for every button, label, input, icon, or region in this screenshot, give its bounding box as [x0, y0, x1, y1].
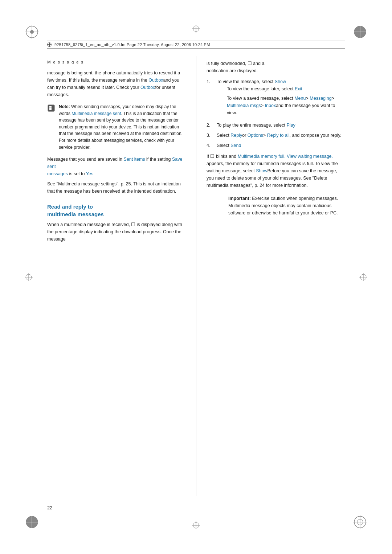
- sub-2-sep-3: >: [261, 103, 265, 108]
- blinks-text: blinks and: [216, 154, 238, 159]
- midpoint-mark-top: [192, 25, 200, 33]
- step-3-content: Select Replyor Options> Reply to all, an…: [217, 132, 345, 139]
- file-info-bar: 9251758_6275i_1_en_au_oth_v1.0.fm Page 2…: [47, 41, 345, 49]
- show-link-2[interactable]: Show: [256, 168, 267, 173]
- exit-link[interactable]: Exit: [295, 86, 302, 91]
- step-1-sub-1: To view the message later, select Exit: [227, 85, 345, 93]
- steps-list: 1. To view the message, select Show To v…: [207, 78, 345, 149]
- outbox-link-1[interactable]: Outbox: [148, 78, 163, 83]
- corner-mark-tl: [25, 25, 39, 39]
- step-3-text-2: or: [242, 133, 248, 138]
- step-3-text-3: , and compose your reply.: [290, 133, 342, 138]
- right-column: is fully downloaded, ☐ and a notificatio…: [196, 56, 345, 496]
- corner-mark-br: [353, 515, 367, 529]
- sub-1-text: To view the message later, select: [227, 86, 295, 91]
- yes-link[interactable]: Yes: [86, 171, 93, 176]
- fully-downloaded-paragraph: is fully downloaded, ☐ and a notificatio…: [207, 60, 345, 74]
- intro-paragraph: message is being sent, the phone automat…: [47, 69, 186, 98]
- step-2: 2. To play the entire message, select Pl…: [207, 122, 345, 129]
- when-text: When a multimedia message is received,: [47, 222, 130, 227]
- multimedia-msgs-link[interactable]: Multimedia msgs: [227, 103, 261, 108]
- subsection-line-1: Read and reply to: [47, 204, 93, 210]
- svg-rect-28: [49, 106, 52, 107]
- step-3: 3. Select Replyor Options> Reply to all,…: [207, 132, 345, 139]
- step-1: 1. To view the message, select Show To v…: [207, 78, 345, 119]
- corner-mark-tr: [353, 25, 367, 39]
- important-label: Important:: [228, 196, 251, 201]
- sent-items-text-2: if the setting: [145, 157, 172, 162]
- step-1-text: To view the message, select: [217, 79, 275, 84]
- note-body-2: . This is an indication that the message…: [59, 111, 183, 150]
- play-link[interactable]: Play: [286, 123, 295, 128]
- step-3-sep: >: [263, 133, 267, 138]
- inbox-link[interactable]: Inbox: [265, 103, 276, 108]
- subsection-heading: Read and reply to multimedia messages: [47, 203, 186, 218]
- notification-text: notification are displayed.: [207, 68, 258, 73]
- show-link-1[interactable]: Show: [275, 79, 286, 84]
- mm-memory-full-link[interactable]: Multimedia memory full. View waiting mes…: [238, 154, 333, 159]
- settings-paragraph: See "Multimedia message settings", p. 25…: [47, 180, 186, 195]
- sent-items-link[interactable]: Sent items: [124, 157, 145, 162]
- step-4-content: Select Send: [217, 142, 345, 149]
- file-info-text: 9251758_6275i_1_en_au_oth_v1.0.fm Page 2…: [54, 42, 210, 47]
- section-heading: M e s s a g e s: [47, 60, 186, 64]
- step-3-text-1: Select: [217, 133, 230, 138]
- sent-items-text-3: is set to: [68, 171, 86, 176]
- reply-to-all-link[interactable]: Reply to all: [267, 133, 290, 138]
- step-1-content: To view the message, select Show To view…: [217, 78, 345, 119]
- step-3-num: 3.: [207, 132, 213, 139]
- sub-2-sep-2: >: [332, 96, 334, 101]
- crop-mark-left: [47, 42, 52, 47]
- when-paragraph: When a multimedia message is received, ☐…: [47, 221, 186, 243]
- step-2-content: To play the entire message, select Play: [217, 122, 345, 129]
- settings-text: See "Multimedia message settings", p. 25…: [47, 181, 181, 194]
- sent-items-paragraph: Messages that you send are saved in Sent…: [47, 156, 186, 177]
- sub-2-text: To view a saved message, select: [227, 96, 294, 101]
- note-label: Note:: [59, 104, 70, 109]
- step-4-num: 4.: [207, 142, 213, 149]
- send-link[interactable]: Send: [230, 143, 241, 148]
- options-link[interactable]: Options: [248, 133, 263, 138]
- step-4-text: Select: [217, 143, 230, 148]
- step-1-num: 1.: [207, 78, 213, 119]
- and-a-text: and a: [253, 61, 264, 66]
- if-paragraph: If ☐ blinks and Multimedia memory full. …: [207, 153, 345, 189]
- important-box: Important: Exercise caution when opening…: [228, 195, 345, 217]
- content-area: M e s s a g e s message is being sent, t…: [47, 56, 345, 496]
- midpoint-mark-left: [25, 273, 33, 281]
- icon-placeholder-3: ☐: [210, 154, 216, 159]
- midpoint-mark-bottom: [192, 521, 200, 529]
- icon-placeholder: ☐: [131, 222, 136, 227]
- page-number: 22: [47, 505, 52, 510]
- if-text: If: [207, 154, 210, 159]
- fully-downloaded-text: is fully downloaded,: [207, 61, 246, 66]
- sub-2-sep-1: >: [306, 96, 310, 101]
- corner-mark-bl: [25, 515, 39, 529]
- page: 9251758_6275i_1_en_au_oth_v1.0.fm Page 2…: [0, 0, 392, 554]
- important-text: Important: Exercise caution when opening…: [228, 195, 345, 217]
- icon-placeholder-2: ☐: [248, 61, 253, 66]
- reply-link[interactable]: Reply: [230, 133, 242, 138]
- note-text: Note: When sending messages, your device…: [59, 103, 186, 151]
- step-4: 4. Select Send: [207, 142, 345, 149]
- outbox-link-2[interactable]: Outbox: [140, 85, 155, 90]
- step-2-text: To play the entire message, select: [217, 123, 286, 128]
- note-icon: [47, 104, 55, 112]
- step-1-sub-2: To view a saved message, select Menu> Me…: [227, 95, 345, 116]
- midpoint-mark-right: [359, 273, 367, 281]
- multimedia-message-sent-link[interactable]: Multimedia message sent: [72, 111, 121, 116]
- left-column: M e s s a g e s message is being sent, t…: [47, 56, 196, 496]
- svg-point-3: [30, 30, 34, 34]
- step-2-num: 2.: [207, 122, 213, 129]
- sent-items-text-1: Messages that you send are saved in: [47, 157, 124, 162]
- menu-link[interactable]: Menu: [294, 96, 306, 101]
- note-box: Note: When sending messages, your device…: [47, 103, 186, 151]
- subsection-line-2: multimedia messages: [47, 211, 104, 217]
- messaging-link[interactable]: Messaging: [310, 96, 331, 101]
- svg-rect-27: [49, 107, 52, 110]
